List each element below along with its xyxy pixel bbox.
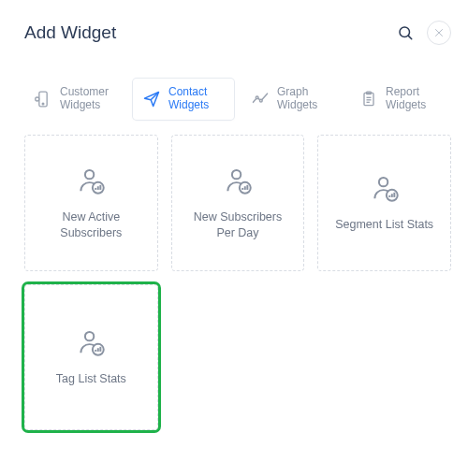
user-stats-icon <box>75 165 107 196</box>
svg-point-30 <box>85 332 94 340</box>
tab-label: CustomerWidgets <box>60 86 109 112</box>
svg-rect-10 <box>364 93 373 105</box>
widget-card-grid: New ActiveSubscribers New SubscribersPer… <box>24 135 451 430</box>
tab-graph-widgets[interactable]: GraphWidgets <box>241 79 343 120</box>
user-stats-icon <box>75 326 107 358</box>
svg-point-5 <box>42 103 44 105</box>
svg-point-20 <box>232 170 241 179</box>
tab-report-widgets[interactable]: ReportWidgets <box>350 79 451 120</box>
close-icon <box>433 27 445 38</box>
search-button[interactable] <box>397 24 414 41</box>
svg-point-25 <box>379 178 388 186</box>
trend-icon <box>251 90 270 108</box>
widget-card-segment-list-stats[interactable]: Segment List Stats <box>317 135 451 271</box>
svg-point-9 <box>260 99 263 102</box>
tab-label: GraphWidgets <box>277 86 317 112</box>
tab-label: ReportWidgets <box>386 86 426 112</box>
svg-point-6 <box>36 97 39 101</box>
widget-card-label: Segment List Stats <box>335 217 433 232</box>
widget-card-label: New ActiveSubscribers <box>60 209 122 240</box>
clipboard-icon <box>359 90 378 108</box>
header-actions <box>397 21 451 45</box>
svg-point-15 <box>85 170 94 179</box>
send-icon <box>142 90 161 108</box>
widget-card-new-subscribers-per-day[interactable]: New SubscribersPer Day <box>171 135 305 271</box>
svg-line-1 <box>408 36 411 38</box>
user-stats-icon <box>222 165 254 196</box>
modal-title: Add Widget <box>24 22 116 43</box>
modal-header: Add Widget <box>24 21 451 45</box>
tab-contact-widgets[interactable]: ContactWidgets <box>133 79 234 120</box>
phone-icon <box>34 90 52 108</box>
widget-category-tabs: CustomerWidgets ContactWidgets GraphWidg… <box>24 79 451 120</box>
tab-customer-widgets[interactable]: CustomerWidgets <box>24 79 125 120</box>
search-icon <box>397 24 414 41</box>
user-stats-icon <box>369 172 401 204</box>
tab-label: ContactWidgets <box>168 86 209 112</box>
widget-card-label: Tag List Stats <box>56 371 126 386</box>
add-widget-modal: Add Widget CustomerWidgets <box>0 0 468 476</box>
widget-card-new-active-subscribers[interactable]: New ActiveSubscribers <box>24 135 158 271</box>
close-button[interactable] <box>427 21 451 45</box>
widget-card-tag-list-stats[interactable]: Tag List Stats <box>24 284 158 430</box>
widget-card-label: New SubscribersPer Day <box>194 209 282 240</box>
svg-point-8 <box>256 96 258 99</box>
